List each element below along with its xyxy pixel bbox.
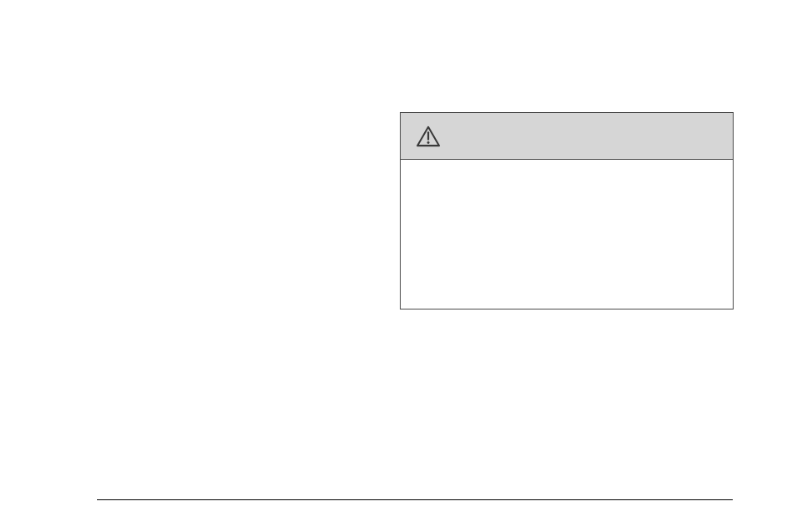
svg-point-2 [427, 141, 430, 143]
right-column-below-text [400, 309, 734, 325]
right-column [400, 112, 734, 325]
caution-header [401, 113, 733, 160]
caution-box [400, 112, 734, 309]
footer-divider [97, 499, 733, 500]
caution-body-text [401, 160, 733, 309]
warning-icon [416, 125, 441, 147]
